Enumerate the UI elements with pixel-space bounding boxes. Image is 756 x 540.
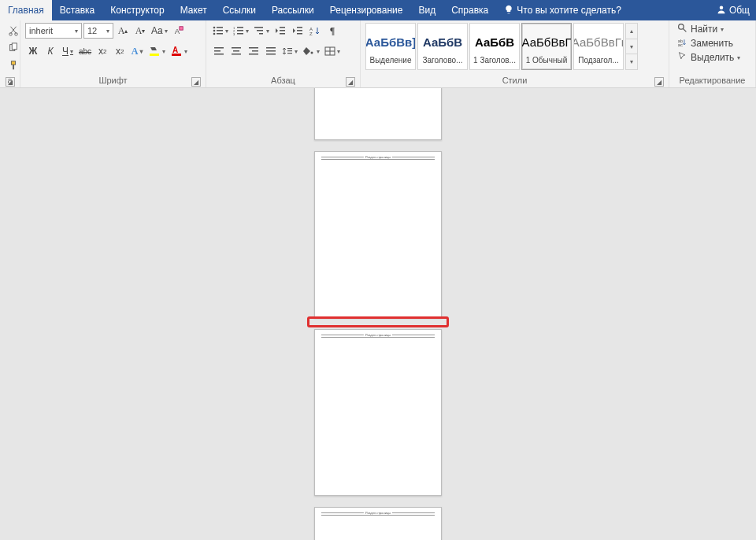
- clear-formatting-button[interactable]: A: [171, 23, 187, 39]
- style-tile-subtitle[interactable]: АаБбВвГгПодзагол...: [573, 23, 624, 70]
- page-2-header-text: Раздел страницы: [364, 155, 392, 159]
- gallery-scroll-down[interactable]: ▾: [626, 39, 637, 55]
- find-button[interactable]: Найти ▾: [674, 23, 743, 35]
- group-styles: АаБбВв]Выделение АаБбВЗаголово... АаБбВ1…: [361, 20, 669, 87]
- svg-rect-39: [233, 50, 239, 52]
- bullets-button[interactable]: [211, 23, 230, 39]
- increase-indent-button[interactable]: [290, 23, 306, 39]
- font-color-button[interactable]: A: [169, 43, 189, 59]
- select-button[interactable]: Выделить ▾: [674, 51, 743, 64]
- svg-rect-36: [214, 50, 220, 52]
- subscript-button[interactable]: x2: [94, 43, 110, 59]
- svg-rect-31: [297, 30, 302, 31]
- paragraph-dialog-launcher[interactable]: ◢: [346, 77, 355, 87]
- group-label-font: Шрифт: [98, 76, 127, 85]
- svg-rect-32: [297, 33, 302, 35]
- align-right-button[interactable]: [246, 43, 261, 59]
- bold-button[interactable]: Ж: [25, 43, 41, 59]
- svg-rect-49: [287, 53, 292, 54]
- tab-mailings[interactable]: Рассылки: [264, 0, 322, 20]
- superscript-button[interactable]: x2: [112, 43, 128, 59]
- page-3-header-text: Раздел страницы: [364, 333, 392, 337]
- svg-rect-26: [259, 33, 263, 35]
- text-effects-button[interactable]: A: [129, 43, 145, 59]
- sort-button[interactable]: AZ: [307, 23, 323, 39]
- svg-rect-4: [12, 43, 17, 50]
- page-2[interactable]: Раздел страницы: [314, 151, 442, 318]
- page-3[interactable]: Раздел страницы: [314, 329, 442, 496]
- change-case-button[interactable]: Aa: [150, 23, 169, 39]
- tab-view[interactable]: Вид: [410, 0, 443, 20]
- tab-home[interactable]: Главная: [0, 0, 52, 20]
- font-family-picker[interactable]: inherit▾: [25, 23, 82, 39]
- shrink-font-button[interactable]: A▾: [132, 23, 148, 39]
- italic-button[interactable]: К: [43, 43, 58, 59]
- style-tile-heading1[interactable]: АаБбВ1 Заголов...: [469, 23, 520, 70]
- svg-line-55: [683, 28, 686, 31]
- svg-text:A: A: [172, 46, 178, 54]
- cut-button[interactable]: [5, 23, 22, 39]
- multilevel-list-button[interactable]: [252, 23, 271, 39]
- ribbon-tabbar: Главная Вставка Конструктор Макет Ссылки…: [0, 0, 756, 20]
- highlight-button[interactable]: [146, 43, 167, 59]
- align-justify-button[interactable]: [263, 43, 279, 59]
- numbering-button[interactable]: 123: [232, 23, 250, 39]
- page-4[interactable]: Раздел страницы: [314, 507, 442, 540]
- line-spacing-button[interactable]: [280, 43, 299, 59]
- tab-review[interactable]: Рецензирование: [322, 0, 411, 20]
- tab-help[interactable]: Справка: [443, 0, 496, 20]
- group-label-paragraph: Абзац: [271, 76, 295, 85]
- search-icon: [677, 23, 687, 35]
- replace-button[interactable]: abac Заменить: [674, 37, 743, 50]
- svg-rect-27: [280, 27, 285, 28]
- style-tile-emphasis[interactable]: АаБбВв]Выделение: [365, 23, 416, 70]
- svg-rect-9: [150, 54, 159, 56]
- style-tile-normal[interactable]: АаБбВвГ1 Обычный: [521, 23, 572, 70]
- find-label: Найти: [691, 24, 717, 35]
- svg-rect-35: [214, 47, 224, 49]
- align-center-button[interactable]: [228, 43, 244, 59]
- group-font: inherit▾ 12▾ A▴ A▾ Aa A Ж К Ч abc x2 x2 …: [20, 20, 206, 87]
- tab-insert[interactable]: Вставка: [52, 0, 103, 20]
- ribbon: а◢ inherit▾ 12▾ A▴ A▾ Aa A Ж К Ч abc x2: [0, 20, 756, 88]
- svg-rect-5: [11, 61, 15, 65]
- svg-rect-25: [257, 30, 263, 31]
- font-dialog-launcher[interactable]: ◢: [191, 77, 201, 87]
- style-tile-heading[interactable]: АаБбВЗаголово...: [417, 23, 468, 70]
- tab-design[interactable]: Конструктор: [102, 0, 172, 20]
- lightbulb-icon: [504, 5, 513, 17]
- document-area[interactable]: Раздел страницы Раздел страницы Раздел с…: [0, 88, 756, 540]
- styles-dialog-launcher[interactable]: ◢: [654, 77, 664, 87]
- group-label-editing: Редактирование: [680, 76, 746, 85]
- group-editing: Найти ▾ abac Заменить Выделить ▾ Редакти…: [669, 20, 756, 87]
- svg-rect-46: [266, 54, 276, 55]
- align-left-button[interactable]: [211, 43, 227, 59]
- gallery-expand[interactable]: ▾: [626, 54, 637, 69]
- gallery-scroll-up[interactable]: ▴: [626, 24, 637, 39]
- font-size-picker[interactable]: 12▾: [83, 23, 113, 39]
- tell-me-search[interactable]: Что вы хотите сделать?: [496, 5, 629, 17]
- share-label: Общ: [729, 5, 750, 16]
- svg-rect-17: [217, 33, 223, 35]
- shading-button[interactable]: [301, 43, 321, 59]
- svg-rect-30: [297, 27, 302, 28]
- share-button[interactable]: Общ: [710, 5, 756, 17]
- font-size-value: 12: [87, 26, 97, 35]
- svg-text:3: 3: [233, 32, 235, 35]
- format-painter-button[interactable]: [5, 57, 22, 73]
- svg-point-0: [720, 6, 724, 9]
- decrease-indent-button[interactable]: [272, 23, 288, 39]
- show-marks-button[interactable]: ¶: [324, 23, 340, 39]
- select-label: Выделить: [691, 52, 734, 63]
- underline-button[interactable]: Ч: [60, 43, 76, 59]
- strikethrough-button[interactable]: abc: [77, 43, 93, 59]
- clipboard-dialog-launcher[interactable]: ◢: [6, 77, 15, 87]
- svg-rect-13: [217, 27, 223, 28]
- tab-layout[interactable]: Макет: [172, 0, 215, 20]
- copy-button[interactable]: [5, 40, 22, 56]
- tab-references[interactable]: Ссылки: [215, 0, 264, 20]
- borders-button[interactable]: [323, 43, 342, 59]
- page-1[interactable]: [314, 88, 442, 140]
- grow-font-button[interactable]: A▴: [115, 23, 131, 39]
- svg-point-12: [213, 27, 216, 29]
